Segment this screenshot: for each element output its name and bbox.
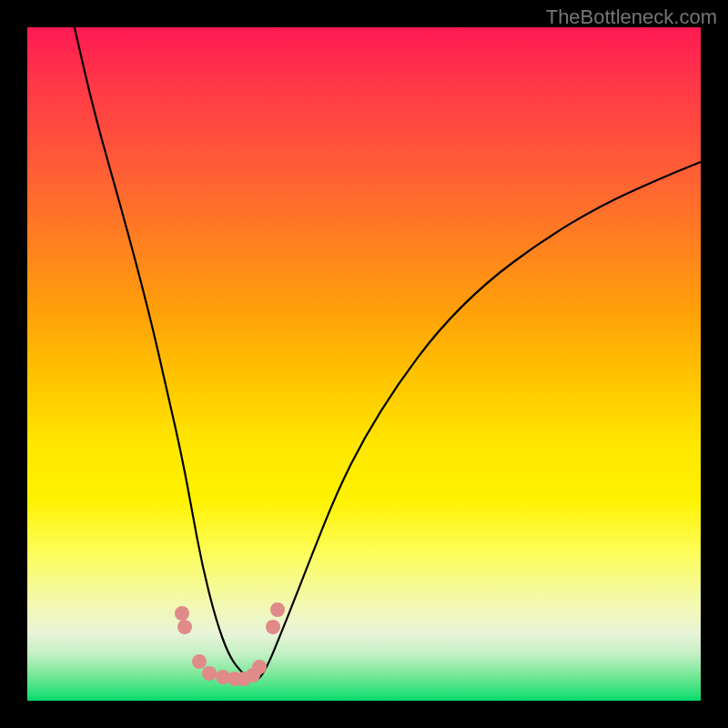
data-marker (202, 666, 217, 681)
data-marker (177, 620, 192, 634)
plot-area (27, 27, 701, 701)
data-marker (175, 606, 189, 621)
bottleneck-curve (27, 27, 701, 701)
curve-path (75, 27, 701, 680)
data-marker (270, 602, 285, 617)
data-marker (192, 654, 207, 669)
watermark-text: TheBottleneck.com (546, 5, 717, 29)
data-marker (266, 620, 280, 634)
data-marker (252, 660, 267, 674)
